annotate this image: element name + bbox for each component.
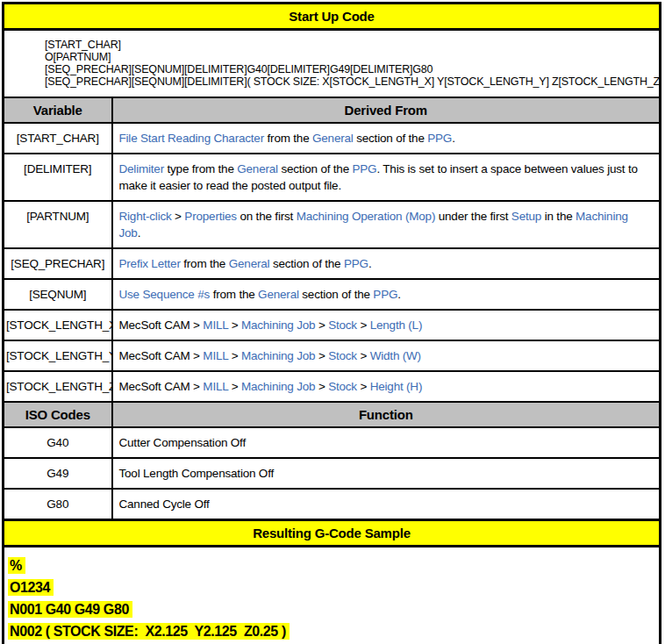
variable-row: [SEQNUM]Use Sequence #s from the General… (4, 279, 661, 310)
text-segment: > (357, 349, 370, 362)
variable-derived-from: MecSoft CAM > MILL > Machining Job > Sto… (112, 340, 661, 371)
text-segment: > (357, 318, 370, 332)
startup-header-row: Start Up Code (4, 4, 661, 30)
text-segment: section of the (354, 132, 428, 145)
startup-code-line: [SEQ_PRECHAR][SEQNUM][DELIMITER]G40[DELI… (45, 63, 654, 75)
variable-derived-from: Prefix Letter from the General section o… (112, 248, 661, 279)
variable-derived-from: File Start Reading Character from the Ge… (112, 123, 661, 154)
iso-function: Tool Length Compensation Off (112, 458, 661, 489)
variables-rows: [START_CHAR]File Start Reading Character… (4, 123, 661, 402)
text-segment: Right-click (119, 210, 172, 223)
text-segment: . (397, 288, 401, 301)
text-segment: Length (L) (370, 318, 423, 332)
variable-name: [STOCK_LENGTH_Z] (4, 371, 112, 402)
text-segment: MecSoft CAM > (119, 349, 204, 362)
text-segment: File Start Reading Character (119, 132, 264, 145)
text-segment: Machining Job (241, 380, 315, 393)
iso-header-codes: ISO Codes (4, 402, 112, 427)
gcode-sample-row: %O1234N001 G40 G49 G80N002 ( STOCK SIZE:… (4, 547, 661, 644)
iso-row: G49Tool Length Compensation Off (4, 458, 661, 489)
gcode-header-row: Resulting G-Code Sample (4, 520, 661, 547)
text-segment: Machining Job (241, 349, 315, 362)
variable-row: [DELIMITER]Delimiter type from the Gener… (4, 154, 661, 201)
iso-function: Cutter Compensation Off (112, 427, 661, 458)
text-segment: > (315, 349, 328, 362)
text-segment: Width (W) (370, 349, 421, 362)
iso-row: G40Cutter Compensation Off (4, 427, 661, 458)
text-segment: Use Sequence #s (119, 288, 211, 301)
text-segment: General (312, 132, 354, 145)
text-segment: section of the (278, 162, 353, 175)
variables-header-variable: Variable (4, 97, 112, 123)
gcode-line-text: N002 ( STOCK SIZE: X2.125 Y2.125 Z0.25 ) (8, 623, 290, 640)
variable-row: [START_CHAR]File Start Reading Character… (4, 123, 661, 154)
variable-name: [START_CHAR] (4, 123, 112, 154)
text-segment: MecSoft CAM > (119, 318, 204, 332)
text-segment: in the (541, 210, 576, 223)
startup-code-line: [START_CHAR] (45, 39, 654, 51)
iso-code: G80 (4, 489, 112, 520)
text-segment: PPG (353, 162, 377, 175)
variable-row: [PARTNUM]Right-click > Properties on the… (4, 201, 661, 248)
variable-name: [SEQ_PRECHAR] (4, 248, 112, 279)
variable-name: [STOCK_LENGTH_X] (4, 310, 112, 340)
iso-header-function: Function (112, 402, 661, 427)
text-segment: . (138, 226, 141, 240)
text-segment: from the (264, 132, 312, 145)
startup-code-row: [START_CHAR]O[PARTNUM][SEQ_PRECHAR][SEQN… (4, 30, 661, 98)
iso-row: G80Canned Cycle Off (4, 489, 661, 520)
text-segment: Properties (184, 210, 237, 223)
text-segment: MecSoft CAM > (119, 380, 204, 393)
text-segment: General (229, 257, 270, 270)
variable-derived-from: MecSoft CAM > MILL > Machining Job > Sto… (112, 310, 661, 340)
variables-header-row: Variable Derived From (4, 97, 661, 123)
text-segment: . (368, 257, 372, 270)
text-segment: under the first (435, 210, 511, 223)
text-segment: > (172, 210, 185, 223)
gcode-line-text: N001 G40 G49 G80 (8, 601, 132, 618)
startup-code-line: [SEQ_PRECHAR][SEQNUM][DELIMITER]( STOCK … (45, 75, 654, 88)
text-segment: PPG (344, 257, 368, 270)
startup-code-block: [START_CHAR]O[PARTNUM][SEQ_PRECHAR][SEQN… (4, 30, 661, 98)
variable-derived-from: Right-click > Properties on the first Ma… (112, 201, 661, 248)
text-segment: > (315, 380, 328, 393)
iso-function: Canned Cycle Off (112, 489, 661, 520)
text-segment: section of the (269, 257, 344, 270)
gcode-sample-title: Resulting G-Code Sample (4, 520, 661, 547)
text-segment: MILL (203, 380, 228, 393)
text-segment: . (452, 132, 455, 145)
text-segment: General (237, 162, 278, 175)
text-segment: Stock (328, 318, 357, 332)
text-segment: Machining Operation (Mop) (297, 210, 436, 223)
variable-derived-from: MecSoft CAM > MILL > Machining Job > Sto… (112, 371, 661, 402)
gcode-line: N001 G40 G49 G80 (8, 598, 655, 620)
variable-row: [STOCK_LENGTH_Y]MecSoft CAM > MILL > Mac… (4, 340, 661, 371)
text-segment: PPG (373, 288, 397, 301)
iso-code: G49 (4, 458, 112, 489)
text-segment: MILL (203, 318, 228, 332)
gcode-line: N002 ( STOCK SIZE: X2.125 Y2.125 Z0.25 ) (8, 620, 655, 642)
text-segment: Delimiter (119, 162, 164, 175)
text-segment: from the (210, 288, 258, 301)
iso-header-row: ISO Codes Function (4, 402, 661, 427)
variable-name: [STOCK_LENGTH_Y] (4, 340, 112, 371)
text-segment: on the first (237, 210, 297, 223)
text-segment: > (228, 318, 241, 332)
text-segment: Prefix Letter (119, 257, 181, 270)
variable-row: [STOCK_LENGTH_X]MecSoft CAM > MILL > Mac… (4, 310, 661, 340)
text-segment: Stock (328, 380, 357, 393)
text-segment: section of the (299, 288, 374, 301)
variable-name: [SEQNUM] (4, 279, 112, 310)
variable-name: [PARTNUM] (4, 201, 112, 248)
text-segment: > (228, 349, 241, 362)
text-segment: type from the (164, 162, 237, 175)
text-segment: General (258, 288, 299, 301)
variable-row: [SEQ_PRECHAR]Prefix Letter from the Gene… (4, 248, 661, 279)
gcode-line-text: % (8, 557, 25, 574)
gcode-line: % (8, 555, 655, 576)
iso-rows: G40Cutter Compensation OffG49Tool Length… (4, 427, 661, 520)
text-segment: > (315, 318, 328, 332)
variable-derived-from: Use Sequence #s from the General section… (112, 279, 661, 310)
startup-code-document: Start Up Code [START_CHAR]O[PARTNUM][SEQ… (2, 2, 661, 644)
startup-code-line: O[PARTNUM] (45, 51, 654, 63)
